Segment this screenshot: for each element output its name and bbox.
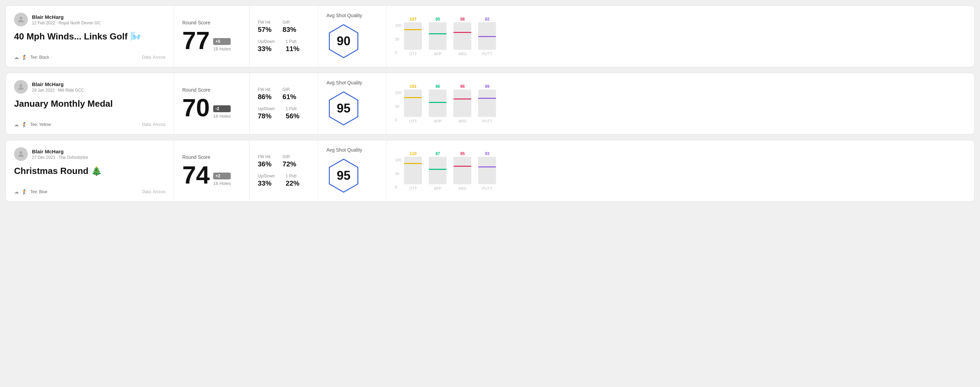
score-row: 77 +5 18 Holes <box>182 28 241 53</box>
chart-column-ott: 110 OTT <box>404 151 422 190</box>
score-badge: -2 <box>213 105 231 112</box>
user-row: Blair McHarg 27 Dec 2021 · The Oxfordshi… <box>14 147 165 161</box>
oneputt-value: 11% <box>286 45 299 53</box>
bar-value-label: 98 <box>460 17 465 22</box>
stats-row-bottom: Up/Down 33% 1 Putt 22% <box>258 174 310 187</box>
bar-marker <box>453 32 471 33</box>
score-number: 74 <box>182 163 210 187</box>
card-left-3: Blair McHarg 27 Dec 2021 · The Oxfordshi… <box>6 140 174 201</box>
user-name: Blair McHarg <box>32 149 88 154</box>
date-course: 27 Dec 2021 · The Oxfordshire <box>32 155 88 160</box>
data-source: Data: Arccos <box>142 55 165 60</box>
stat-gir: GIR 83% <box>283 20 296 33</box>
bar-value-label: 82 <box>485 17 490 22</box>
chart-column-arg: 95 ARG <box>453 151 471 190</box>
chart-column-ott: 107 OTT <box>404 17 422 56</box>
chart-column-ott: 101 OTT <box>404 84 422 123</box>
bar-marker <box>478 98 496 99</box>
fw-hit-value: 36% <box>258 160 272 168</box>
gir-value: 61% <box>283 93 296 101</box>
chart-column-putt: 99 PUTT <box>478 84 496 123</box>
bar-marker <box>404 29 422 30</box>
hexagon-container: 95 <box>326 157 361 195</box>
stat-fw-hit: FW Hit 86% <box>258 87 272 101</box>
y-label-100: 100 <box>395 24 401 27</box>
svg-point-2 <box>19 151 22 154</box>
gir-label: GIR <box>283 20 296 25</box>
score-badge-group: +2 18 Holes <box>213 173 231 186</box>
user-info: Blair McHarg 29 Jan 2022 · Mill Ride GCC <box>32 81 84 93</box>
updown-label: Up/Down <box>258 106 275 111</box>
chart-column-putt: 82 PUTT <box>478 17 496 56</box>
score-badge-group: -2 18 Holes <box>213 105 231 119</box>
fw-hit-label: FW Hit <box>258 87 272 92</box>
date-course: 12 Feb 2022 · Royal North Devon GC <box>32 21 100 25</box>
score-badge-group: +5 18 Holes <box>213 38 231 51</box>
card-chart-1: 100 50 0 107 OTT 95 APP <box>387 6 974 67</box>
card-footer: ☁ 🏌 Tee: Yellow Data: Arccos <box>14 122 165 127</box>
round-card-2: Blair McHarg 29 Jan 2022 · Mill Ride GCC… <box>5 73 975 135</box>
score-holes: 18 Holes <box>213 114 231 119</box>
chart-column-app: 86 APP <box>429 84 447 123</box>
card-chart-2: 100 50 0 101 OTT 86 APP <box>387 73 974 134</box>
bar-x-label: ARG <box>458 119 466 123</box>
stat-oneputt: 1 Putt 22% <box>286 174 299 187</box>
bar-background <box>429 90 447 117</box>
data-source: Data: Arccos <box>142 122 165 127</box>
card-footer: ☁ 🏌 Tee: Black Data: Arccos <box>14 54 165 60</box>
bars-group: 110 OTT 87 APP 95 ARG <box>404 151 496 190</box>
weather-icon: ☁ <box>14 122 19 127</box>
bar-value-label: 110 <box>409 151 416 156</box>
quality-label: Avg Shot Quality <box>326 13 362 18</box>
gir-value: 83% <box>283 26 296 33</box>
hexagon-score: 95 <box>337 168 350 183</box>
bar-background <box>478 22 496 50</box>
score-label: Round Score <box>182 87 241 93</box>
avatar <box>14 13 28 26</box>
bar-background <box>478 157 496 184</box>
bar-value-label: 96 <box>460 84 465 89</box>
score-holes: 18 Holes <box>213 181 231 186</box>
gir-label: GIR <box>283 154 296 159</box>
fw-hit-value: 57% <box>258 26 272 33</box>
bar-x-label: PUTT <box>482 52 492 56</box>
card-footer: ☁ 🏌 Tee: Blue Data: Arccos <box>14 189 165 195</box>
bar-marker <box>453 98 471 100</box>
y-label-50: 50 <box>395 172 401 176</box>
oneputt-label: 1 Putt <box>286 106 299 111</box>
bar-x-label: ARG <box>458 52 466 56</box>
card-score-1: Round Score 77 +5 18 Holes <box>174 6 250 67</box>
quality-label: Avg Shot Quality <box>326 147 362 153</box>
bar-marker <box>478 167 496 167</box>
chart-column-arg: 98 ARG <box>453 17 471 56</box>
tee-label: Tee: Black <box>30 55 49 60</box>
stats-row-top: FW Hit 36% GIR 72% <box>258 154 310 168</box>
tee-label: Tee: Yellow <box>30 122 51 127</box>
score-holes: 18 Holes <box>213 46 231 51</box>
tee-info: ☁ 🏌 Tee: Black <box>14 54 49 60</box>
stat-gir: GIR 72% <box>283 154 296 168</box>
y-label-0: 0 <box>395 51 401 54</box>
stat-updown: Up/Down 33% <box>258 39 275 53</box>
tee-info: ☁ 🏌 Tee: Yellow <box>14 122 51 127</box>
bar-background <box>404 22 422 50</box>
svg-point-1 <box>19 84 22 87</box>
chart-column-putt: 93 PUTT <box>478 151 496 190</box>
chart-column-app: 95 APP <box>429 17 447 56</box>
score-row: 70 -2 18 Holes <box>182 95 241 120</box>
tee-bag-icon: 🏌 <box>22 122 27 127</box>
card-left-1: Blair McHarg 12 Feb 2022 · Royal North D… <box>6 6 174 67</box>
weather-icon: ☁ <box>14 54 19 60</box>
bar-x-label: APP <box>434 186 441 190</box>
bar-background <box>453 22 471 50</box>
score-row: 74 +2 18 Holes <box>182 163 241 187</box>
card-score-2: Round Score 70 -2 18 Holes <box>174 73 250 134</box>
card-chart-3: 100 50 0 110 OTT 87 APP <box>387 140 974 201</box>
score-label: Round Score <box>182 20 241 25</box>
hexagon-score: 90 <box>337 34 350 48</box>
round-title: January Monthly Medal <box>14 98 165 109</box>
card-quality-1: Avg Shot Quality 90 <box>318 6 387 67</box>
fw-hit-value: 86% <box>258 93 272 101</box>
bar-x-label: ARG <box>458 186 466 190</box>
score-number: 77 <box>182 28 210 53</box>
